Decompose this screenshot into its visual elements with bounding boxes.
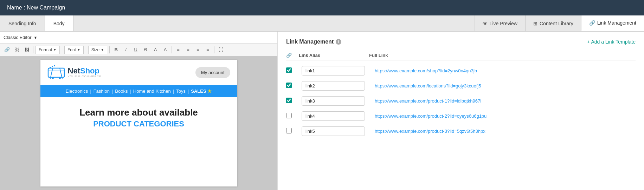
alias-input-link5[interactable] [302,126,365,136]
bold-button[interactable]: B [112,46,120,54]
checkbox-wrapper-link2 [286,83,299,90]
nav-item-books: Books [115,89,128,94]
logo-text: NetShop [68,67,102,75]
logo-text-area: NetShop YOUR E-COMMERCE [68,67,102,78]
star-icon: ★ [207,89,212,94]
toolbar-divider-4 [109,46,110,53]
fullscreen-button[interactable]: ⛶ [217,46,225,54]
email-nav: Electronics | Fashion | Books | Home and… [40,85,237,97]
chevron-down-icon: ▼ [33,35,37,40]
svg-point-8 [54,65,55,66]
nav-sep-4: | [173,89,174,94]
nav-item-home-kitchen: Home and Kitchen [133,89,171,94]
link-row: https://www.example.com/locations?lid=go… [286,78,636,93]
unlink-button[interactable]: ⛓ [13,46,21,54]
toolbar-divider-2 [62,46,62,53]
underline-button[interactable]: U [131,46,140,54]
editor-canvas: NetShop YOUR E-COMMERCE My account Elect… [0,56,277,190]
chevron-down-icon: ▼ [77,48,80,52]
alias-input-link2[interactable] [302,81,365,91]
tab-live-preview[interactable]: 👁 Live Preview [475,15,525,31]
logo-subtext: YOUR E-COMMERCE [68,75,102,78]
justify-button[interactable]: ≡ [204,46,212,54]
email-header: NetShop YOUR E-COMMERCE My account [40,60,237,85]
nav-item-fashion: Fashion [94,89,110,94]
svg-point-4 [52,77,54,79]
right-panel: Link Management i + Add a Link Template … [278,32,644,190]
align-left-button[interactable]: ≡ [174,46,182,54]
italic-button[interactable]: I [122,46,130,54]
tab-link-management[interactable]: 🔗 Link Management [581,15,644,31]
email-hero: Learn more about available PRODUCT CATEG… [40,97,237,132]
checkbox-link4[interactable] [286,113,292,118]
panel-title: Link Management i [286,39,341,45]
svg-point-5 [59,77,61,79]
align-right-button[interactable]: ≡ [194,46,202,54]
logo-icon [47,65,65,79]
insert-link-button[interactable]: 🔗 [3,46,11,54]
font-select[interactable]: Font ▼ [64,46,84,54]
col-alias: Link Alias [299,53,369,58]
alias-input-link3[interactable] [302,96,365,106]
top-header: Name : New Campaign [0,0,644,15]
info-icon[interactable]: i [336,39,341,45]
format-select[interactable]: Format ▼ [36,46,60,54]
hero-title: Learn more about available [47,107,230,118]
align-center-button[interactable]: ≡ [184,46,192,54]
hero-subtitle: PRODUCT CATEGORIES [47,119,230,129]
my-account-button[interactable]: My account [195,67,230,78]
size-select[interactable]: Size ▼ [88,46,107,54]
toolbar-divider-1 [33,46,33,53]
toolbar-divider-5 [172,46,172,53]
highlight-button[interactable]: A [161,46,169,54]
left-tabs: Sending Info Body [0,15,73,31]
classic-editor-label: Classic Editor [4,35,31,40]
toolbar-divider-6 [214,46,214,53]
tab-body[interactable]: Body [45,15,73,31]
checkbox-link1[interactable] [286,67,292,73]
nav-sep-2: | [112,89,113,94]
link-url-link1[interactable]: https://www.example.com/shop?lid=2ynw0n4… [375,68,636,73]
tab-sending-info[interactable]: Sending Info [0,15,45,31]
checkbox-link3[interactable] [286,98,292,103]
checkbox-wrapper-link1 [286,67,299,74]
link-url-link4[interactable]: https://www.example.com/product-2?lid=oy… [375,113,636,119]
campaign-name: Name : New Campaign [7,5,65,11]
link-row: https://www.example.com/product-3?lid=5q… [286,124,636,139]
nav-item-toys: Toys [176,89,186,94]
checkbox-link2[interactable] [286,83,292,88]
nav-sep-5: | [188,89,189,94]
strikethrough-button[interactable]: S [141,46,150,54]
checkbox-wrapper-link4 [286,113,299,120]
chevron-down-icon: ▼ [101,48,104,52]
panel-header: Link Management i + Add a Link Template [286,39,636,45]
nav-item-electronics: Electronics [66,89,88,94]
add-link-template-button[interactable]: + Add a Link Template [587,39,636,45]
alias-input-link1[interactable] [302,66,365,76]
classic-editor-bar: Classic Editor ▼ [0,32,277,44]
toolbar-divider-3 [86,46,86,53]
link-url-link3[interactable]: https://www.example.com/product-1?lid=ld… [375,98,636,104]
svg-point-6 [50,67,51,68]
right-tabs: 👁 Live Preview ⊞ Content Library 🔗 Link … [475,15,644,31]
editor-area: Classic Editor ▼ 🔗 ⛓ 🖼 Format ▼ Font ▼ S… [0,32,278,190]
col-full-link: Full Link [369,53,636,58]
link-table-header: 🔗 Link Alias Full Link [286,51,636,60]
grid-icon: ⊞ [533,21,537,26]
nav-item-sales: SALES ★ [191,89,212,94]
chevron-down-icon: ▼ [53,48,57,52]
alias-input-link4[interactable] [302,111,365,121]
logo-area: NetShop YOUR E-COMMERCE [47,65,102,79]
link-rows-container: https://www.example.com/shop?lid=2ynw0n4… [286,63,636,139]
nav-sep-1: | [90,89,91,94]
link-row: https://www.example.com/shop?lid=2ynw0n4… [286,63,636,78]
insert-image-button[interactable]: 🖼 [22,46,31,54]
checkbox-wrapper-link3 [286,98,299,105]
link-url-link2[interactable]: https://www.example.com/locations?lid=go… [375,83,636,89]
font-color-button[interactable]: A [151,46,160,54]
editor-toolbar: 🔗 ⛓ 🖼 Format ▼ Font ▼ Size ▼ B I U S [0,44,277,56]
checkbox-link5[interactable] [286,128,292,133]
link-url-link5[interactable]: https://www.example.com/product-3?lid=5q… [375,129,636,134]
chain-icon: 🔗 [286,53,292,58]
tab-content-library[interactable]: ⊞ Content Library [525,15,581,31]
